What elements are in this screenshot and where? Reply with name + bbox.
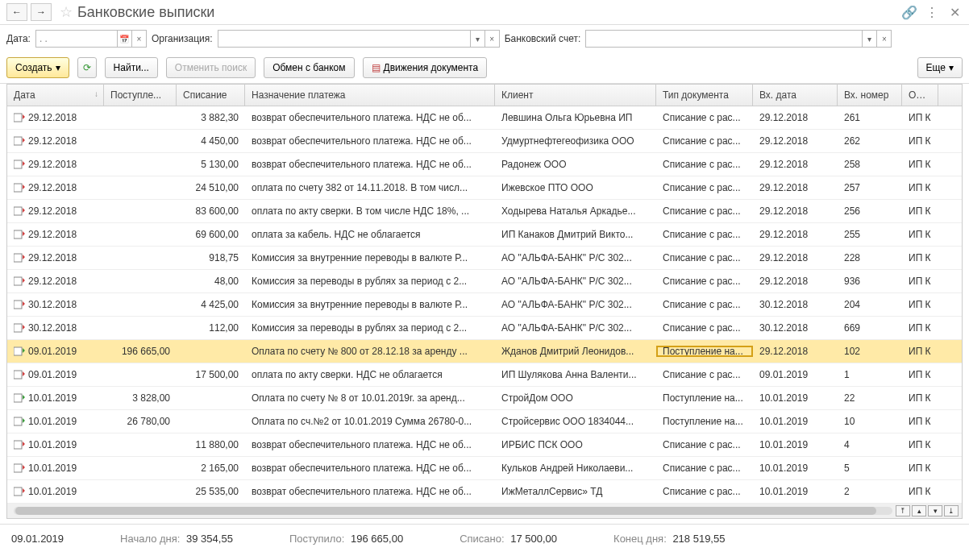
- horizontal-scrollbar[interactable]: ⤒ ▴ ▾ ⤓: [7, 504, 962, 518]
- table-row[interactable]: 10.01.2019 26 780,00 Оплата по сч.№2 от …: [7, 410, 962, 433]
- filter-date-label: Дата:: [6, 33, 31, 44]
- col-purpose[interactable]: Назначение платежа: [245, 85, 495, 106]
- cell-doctype: Списание с рас...: [656, 135, 753, 147]
- dropdown-icon[interactable]: ▾: [862, 31, 876, 47]
- cell-date: 29.12.2018: [28, 112, 77, 123]
- outcome-icon: [14, 370, 25, 380]
- cell-date: 10.01.2019: [28, 439, 77, 450]
- cell-innum: 936: [838, 276, 902, 287]
- cell-org: ИП К: [902, 276, 938, 287]
- document-movements-button[interactable]: ▤ Движения документа: [363, 57, 488, 78]
- cell-purpose: оплата по счету 382 от 14.11.2018. В том…: [245, 182, 495, 193]
- svg-rect-10: [14, 347, 22, 355]
- col-client[interactable]: Клиент: [495, 85, 656, 106]
- outcome-icon: [14, 276, 25, 286]
- cell-indate: 10.01.2019: [753, 463, 838, 474]
- nav-back-button[interactable]: ←: [6, 3, 27, 21]
- cell-client: ИжМеталлСервис» ТД: [495, 486, 656, 497]
- cell-client: ИРБИС ПСК ООО: [495, 439, 656, 450]
- cell-date: 29.12.2018: [28, 229, 77, 240]
- col-income[interactable]: Поступле...: [104, 85, 177, 106]
- cell-outcome: 112,00: [177, 322, 245, 334]
- kebab-menu-icon[interactable]: ⋮: [924, 4, 940, 20]
- find-button[interactable]: Найти...: [105, 57, 158, 78]
- status-start-value: 39 354,55: [186, 533, 233, 545]
- cell-org: ИП К: [902, 229, 938, 240]
- svg-rect-9: [14, 324, 22, 332]
- cell-innum: 261: [838, 112, 902, 123]
- bank-exchange-button[interactable]: Обмен с банком: [264, 57, 354, 78]
- table-row[interactable]: 30.12.2018 112,00 Комиссия за переводы в…: [7, 317, 962, 340]
- cell-indate: 29.12.2018: [753, 229, 838, 240]
- cell-org: ИП К: [902, 416, 938, 427]
- col-indate[interactable]: Вх. дата: [753, 85, 838, 106]
- table-row[interactable]: 29.12.2018 48,00 Комиссия за переводы в …: [7, 270, 962, 293]
- table-row[interactable]: 29.12.2018 69 600,00 оплата за кабель. Н…: [7, 223, 962, 247]
- table-row[interactable]: 29.12.2018 24 510,00 оплата по счету 382…: [7, 176, 962, 200]
- table-row[interactable]: 10.01.2019 25 535,00 возврат обеспечител…: [7, 480, 962, 504]
- cell-client: Ходырева Наталья Аркадье...: [495, 205, 656, 217]
- table-row[interactable]: 10.01.2019 3 828,00 Оплата по счету № 8 …: [7, 387, 962, 410]
- outcome-icon: [14, 440, 25, 450]
- dropdown-icon[interactable]: ▾: [470, 31, 484, 47]
- cell-indate: 29.12.2018: [753, 346, 838, 357]
- cell-indate: 10.01.2019: [753, 486, 838, 497]
- col-outcome[interactable]: Списание: [177, 85, 245, 106]
- table-row[interactable]: 29.12.2018 5 130,00 возврат обеспечитель…: [7, 153, 962, 176]
- cell-date: 09.01.2019: [28, 346, 77, 357]
- table-row[interactable]: 09.01.2019 196 665,00 Оплата по счету № …: [7, 340, 962, 363]
- table-row[interactable]: 29.12.2018 3 882,30 возврат обеспечитель…: [7, 106, 962, 130]
- svg-rect-14: [14, 441, 22, 449]
- scroll-down-button[interactable]: ▾: [928, 505, 942, 516]
- cell-client: Левшина Ольга Юрьевна ИП: [495, 112, 656, 123]
- cell-outcome: 11 880,00: [177, 439, 245, 450]
- filter-date-input[interactable]: . . 📅 ×: [35, 30, 147, 48]
- filter-bank-input[interactable]: ▾ ×: [585, 30, 892, 48]
- filter-org-input[interactable]: ▾ ×: [218, 30, 500, 48]
- cell-org: ИП К: [902, 205, 938, 217]
- cell-date: 09.01.2019: [28, 369, 77, 380]
- table-row[interactable]: 10.01.2019 2 165,00 возврат обеспечитель…: [7, 457, 962, 480]
- svg-rect-12: [14, 394, 22, 402]
- table-row[interactable]: 10.01.2019 11 880,00 возврат обеспечител…: [7, 433, 962, 457]
- col-doctype[interactable]: Тип документа: [656, 85, 753, 106]
- table-row[interactable]: 30.12.2018 4 425,00 Комиссия за внутренн…: [7, 293, 962, 317]
- income-icon: [14, 417, 25, 426]
- table-row[interactable]: 29.12.2018 83 600,00 оплата по акту свер…: [7, 200, 962, 223]
- cell-innum: 1: [838, 369, 902, 380]
- scroll-top-button[interactable]: ⤒: [896, 505, 910, 516]
- cell-client: АО "АЛЬФА-БАНК" Р/С 302...: [495, 276, 656, 287]
- table-row[interactable]: 29.12.2018 918,75 Комиссия за внутренние…: [7, 247, 962, 270]
- cell-client: ИП Шулякова Анна Валенти...: [495, 369, 656, 380]
- create-button[interactable]: Создать ▾: [6, 57, 69, 78]
- link-icon[interactable]: 🔗: [901, 4, 917, 20]
- scroll-up-button[interactable]: ▴: [912, 505, 926, 516]
- table-row[interactable]: 29.12.2018 4 450,00 возврат обеспечитель…: [7, 130, 962, 153]
- col-innum[interactable]: Вх. номер: [838, 85, 902, 106]
- col-date[interactable]: Дата↓: [7, 85, 104, 106]
- svg-rect-5: [14, 230, 22, 239]
- table-row[interactable]: 09.01.2019 17 500,00 оплата по акту свер…: [7, 363, 962, 387]
- col-org[interactable]: Орган: [902, 85, 938, 106]
- scroll-bottom-button[interactable]: ⤓: [944, 505, 959, 516]
- more-button[interactable]: Еще ▾: [917, 57, 963, 78]
- cell-client: Удмуртнефтегеофизика ООО: [495, 135, 656, 147]
- chevron-down-icon: ▾: [949, 62, 954, 73]
- outcome-icon: [14, 487, 25, 496]
- cell-org: ИП К: [902, 135, 938, 147]
- cell-indate: 09.01.2019: [753, 369, 838, 380]
- refresh-button[interactable]: ⟳: [77, 57, 97, 78]
- cell-outcome: 2 165,00: [177, 463, 245, 474]
- cell-client: Ижевское ПТО ООО: [495, 182, 656, 193]
- clear-bank-icon[interactable]: ×: [876, 31, 891, 47]
- calendar-icon[interactable]: 📅: [117, 31, 131, 47]
- clear-date-icon[interactable]: ×: [131, 31, 146, 47]
- close-icon[interactable]: ✕: [946, 4, 963, 20]
- status-bar: 09.01.2019 Начало дня: 39 354,55 Поступи…: [0, 524, 969, 553]
- cell-purpose: Комиссия за внутренние переводы в валюте…: [245, 299, 495, 310]
- nav-forward-button[interactable]: →: [31, 3, 52, 21]
- cell-purpose: возврат обеспечительного платежа. НДС не…: [245, 112, 495, 123]
- favorite-star-icon[interactable]: ☆: [60, 3, 73, 21]
- clear-org-icon[interactable]: ×: [484, 31, 499, 47]
- cancel-search-button[interactable]: Отменить поиск: [166, 57, 256, 78]
